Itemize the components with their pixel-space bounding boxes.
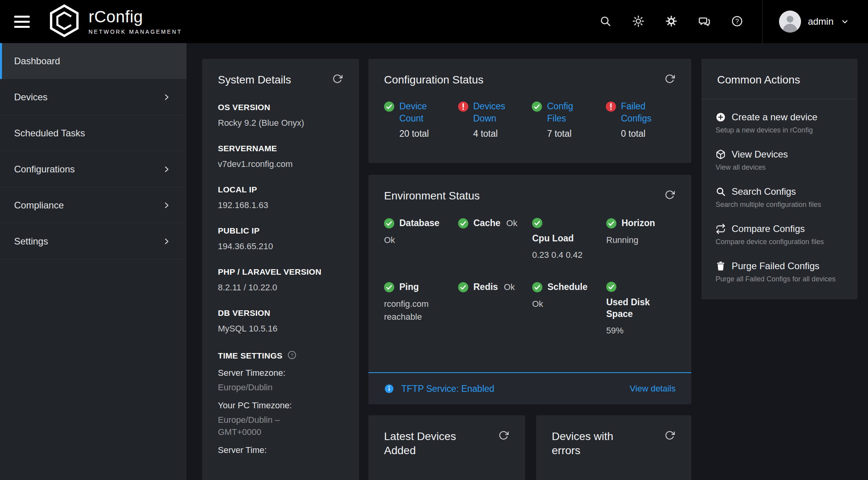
info-circle-icon [384,384,394,394]
action-create-new-device[interactable]: Create a new device Setup a new devices … [716,112,843,134]
status-link[interactable]: Failed Configs [621,100,665,125]
system-field: DB VERSION MySQL 10.5.16 [218,308,343,334]
action-description: View all devices [716,163,843,172]
sidebar-item-label: Scheduled Tasks [14,128,85,139]
check-circle-icon [606,282,676,292]
card-title: Common Actions [717,73,842,87]
chevron-right-icon [162,93,171,101]
plus-circle-icon [716,112,726,122]
status-item: Config Files 7 total [532,100,602,139]
action-label: Purge Failed Configs [732,261,819,272]
action-description: Setup a new devices in rConfig [716,126,843,134]
refresh-button[interactable] [664,429,676,441]
sidebar-item-label: Configurations [14,164,75,175]
check-circle-icon [384,101,394,112]
sidebar: Dashboard Devices Scheduled Tasks Config… [0,43,187,480]
rconfig-logo-icon [48,4,81,39]
top-bar: rConfig NETWORK MANAGEMENT [0,0,868,43]
refresh-button[interactable] [332,73,343,85]
sidebar-item-devices[interactable]: Devices [0,79,187,115]
env-value: rconfig.com reachable [384,297,453,323]
action-search-configs[interactable]: Search Configs Search multiple configura… [716,186,843,209]
sidebar-item-dashboard[interactable]: Dashboard [0,43,187,79]
question-circle-icon[interactable]: ? [287,350,297,361]
cube-icon [716,149,726,159]
status-link[interactable]: Device Count [399,100,443,125]
field-label: PUBLIC IP [218,226,343,235]
check-circle-icon [532,218,602,228]
common-actions-card: Common Actions Create a new device Setup… [701,59,857,299]
tftp-status-text: TFTP Service: Enabled [401,384,494,394]
system-field: LOCAL IP 192.168.1.63 [218,185,343,210]
env-value: Ok [506,218,517,228]
sidebar-item-settings[interactable]: Settings [0,223,187,259]
avatar [779,11,801,33]
check-circle-icon [606,218,616,228]
field-value: Rocky 9.2 (Blue Onyx) [218,118,343,128]
env-label: Redis [473,282,498,292]
sun-icon [632,15,644,28]
timezone-row-label: Server Time: [218,445,343,455]
system-field: SERVERNAME v7dev1.rconfig.com [218,144,343,169]
refresh-button[interactable] [498,429,509,441]
brand: rConfig NETWORK MANAGEMENT [48,4,182,39]
status-value: 0 total [621,129,665,139]
svg-text:?: ? [290,352,293,358]
env-item-ping: Ping rconfig.com reachable [384,282,453,337]
search-button[interactable] [599,15,612,28]
refresh-icon [332,74,342,84]
view-details-link[interactable]: View details [630,384,676,394]
theme-toggle-button[interactable] [632,15,645,28]
action-purge-failed-configs[interactable]: Purge Failed Configs Purge all Failed Co… [716,261,843,283]
env-item-cache: Cache Ok [458,218,527,261]
env-value: Ok [532,297,602,310]
timezone-row-value: Europe/Dublin [218,382,312,394]
env-value: Running [606,234,676,246]
field-value: 194.36.65.210 [218,241,343,252]
sidebar-item-compliance[interactable]: Compliance [0,187,187,223]
time-settings-header: TIME SETTINGS ? [218,350,343,361]
environment-status-card: Environment Status Database Ok Cache Ok … [368,175,691,404]
field-value: MySQL 10.5.16 [218,324,343,334]
action-label: Create a new device [732,112,817,123]
action-compare-configs[interactable]: Compare Configs Compare device configura… [716,223,843,246]
env-value: Ok [384,234,453,246]
status-link[interactable]: Devices Down [473,100,517,125]
sidebar-item-configurations[interactable]: Configurations [0,151,187,187]
env-item-cpu-load: Cpu Load 0.23 0.4 0.42 [532,218,602,261]
action-view-devices[interactable]: View Devices View all devices [716,149,843,172]
status-link[interactable]: Config Files [547,100,591,125]
tftp-status-bar: TFTP Service: Enabled View details [368,372,691,404]
refresh-button[interactable] [664,73,676,85]
env-label: Database [399,218,439,228]
system-field: OS VERSION Rocky 9.2 (Blue Onyx) [218,103,343,128]
user-menu[interactable]: admin [762,0,868,43]
env-value: 0.23 0.4 0.42 [532,248,602,261]
check-circle-icon [458,282,468,292]
sidebar-item-label: Settings [14,236,48,247]
help-button[interactable]: ? [731,15,743,28]
check-circle-icon [532,282,542,292]
compare-arrows-icon [716,224,726,234]
refresh-icon [665,190,675,200]
env-item-used-disk-space: Used Disk Space 59% [606,282,676,337]
refresh-button[interactable] [664,189,676,201]
card-title: System Details [218,73,291,87]
settings-button[interactable] [665,15,678,28]
status-item: Failed Configs 0 total [606,100,676,139]
configuration-status-card: Configuration Status Device Count 20 tot… [368,59,691,163]
chat-button[interactable] [698,15,710,28]
field-value: 8.2.11 / 10.22.0 [218,283,343,293]
status-item: Device Count 20 total [384,100,454,139]
chat-icon [698,15,710,28]
devices-with-errors-card: Devices with errors [536,415,691,480]
check-circle-icon [384,282,394,292]
field-label: SERVERNAME [218,144,343,153]
status-value: 20 total [399,129,443,139]
card-title: Devices with errors [552,429,644,458]
refresh-icon [665,430,675,440]
hamburger-menu-button[interactable] [14,16,31,28]
status-value: 7 total [547,129,591,139]
chevron-right-icon [162,237,171,246]
sidebar-item-scheduled-tasks[interactable]: Scheduled Tasks [0,115,187,151]
